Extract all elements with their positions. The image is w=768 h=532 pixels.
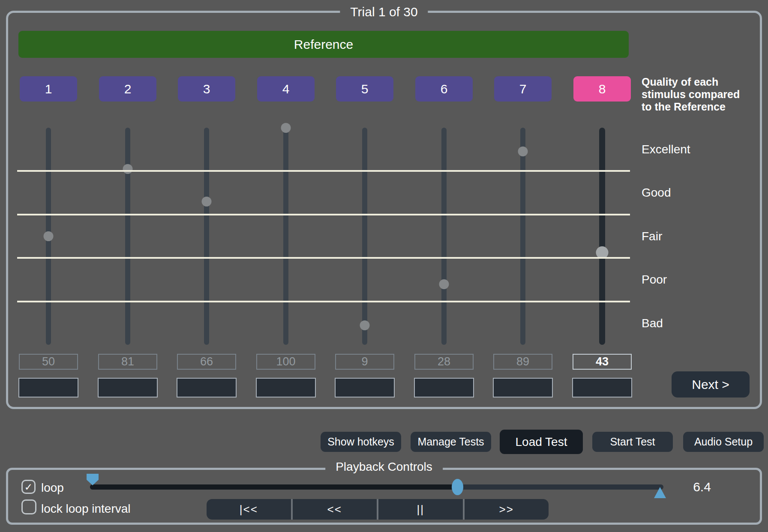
stimulus-column-4: 4 100 — [256, 75, 315, 400]
quality-slider-track-5[interactable] — [362, 128, 367, 345]
quality-note-line3: to the Reference — [642, 101, 740, 113]
stimulus-value-box-8[interactable]: 43 — [573, 354, 632, 370]
scale-label-excellent: Excellent — [642, 142, 690, 157]
quality-slider-track-8[interactable] — [599, 128, 605, 345]
quality-slider-track-2[interactable] — [125, 128, 130, 345]
scale-line-80 — [17, 170, 630, 172]
stimulus-column-3: 3 66 — [177, 75, 236, 400]
stimulus-input-6[interactable] — [414, 378, 474, 398]
stimulus-column-5: 5 9 — [335, 75, 394, 400]
loop-length-value: 6.4 — [685, 480, 719, 494]
quality-slider-track-6[interactable] — [441, 128, 447, 345]
stimulus-input-8[interactable] — [572, 378, 632, 398]
quality-slider-handle-3[interactable] — [202, 197, 212, 206]
scale-label-poor: Poor — [642, 272, 667, 287]
quality-slider-handle-1[interactable] — [44, 231, 54, 241]
quality-slider-track-3[interactable] — [204, 128, 209, 345]
quality-slider-handle-7[interactable] — [518, 146, 528, 156]
scale-line-60 — [17, 214, 630, 215]
stimulus-column-2: 2 81 — [98, 75, 157, 400]
reference-button[interactable]: Reference — [18, 31, 629, 58]
stimulus-value-box-1[interactable]: 50 — [19, 354, 78, 370]
stimulus-value-box-6[interactable]: 28 — [414, 354, 474, 370]
quality-note: Quality of each stimulus compared to the… — [642, 76, 740, 113]
manage-tests-button[interactable]: Manage Tests — [411, 432, 491, 452]
app-window: Trial 1 of 30 Reference 1 50 2 81 3 66 4 — [0, 0, 768, 532]
stimulus-column-6: 6 28 — [414, 75, 474, 400]
check-icon: ✓ — [24, 481, 33, 493]
quality-slider-handle-2[interactable] — [123, 164, 133, 174]
scale-label-fair: Fair — [642, 229, 662, 244]
scale-line-40 — [17, 257, 630, 259]
stimulus-value-box-2[interactable]: 81 — [98, 354, 157, 370]
lock-loop-interval-checkbox[interactable] — [21, 499, 36, 514]
next-button[interactable]: Next > — [672, 371, 750, 398]
loop-label: loop — [41, 481, 64, 495]
stimulus-button-3[interactable]: 3 — [178, 76, 235, 102]
seek-bar[interactable] — [90, 484, 663, 490]
audio-setup-button[interactable]: Audio Setup — [683, 432, 764, 452]
rewind-button[interactable]: << — [291, 499, 377, 520]
stimulus-input-2[interactable] — [98, 378, 158, 398]
stimulus-column-8: 8 43 — [573, 75, 632, 400]
seek-bar-played-segment — [90, 484, 458, 490]
load-test-button[interactable]: Load Test — [500, 430, 583, 454]
fast-forward-button[interactable]: >> — [463, 499, 549, 520]
stimulus-input-1[interactable] — [18, 378, 78, 398]
scale-line-20 — [17, 301, 630, 302]
stimulus-value-box-4[interactable]: 100 — [256, 354, 315, 370]
stimulus-button-1[interactable]: 1 — [20, 76, 77, 102]
stimulus-button-5[interactable]: 5 — [336, 76, 393, 102]
stimulus-input-7[interactable] — [493, 378, 553, 398]
quality-slider-handle-5[interactable] — [360, 320, 370, 330]
stimulus-input-5[interactable] — [335, 378, 395, 398]
playhead-handle[interactable] — [452, 479, 463, 495]
transport-controls: |<< << || >> — [207, 499, 549, 520]
stimulus-column-1: 1 50 — [19, 75, 78, 400]
stimulus-value-box-3[interactable]: 66 — [177, 354, 236, 370]
stimulus-button-4[interactable]: 4 — [257, 76, 315, 102]
stimulus-input-4[interactable] — [256, 378, 316, 398]
start-test-button[interactable]: Start Test — [592, 432, 673, 452]
stimulus-button-2[interactable]: 2 — [99, 76, 156, 102]
quality-slider-handle-6[interactable] — [439, 279, 449, 289]
show-hotkeys-button[interactable]: Show hotkeys — [321, 432, 401, 452]
stimulus-value-box-5[interactable]: 9 — [335, 354, 394, 370]
lock-loop-interval-label: lock loop interval — [41, 502, 131, 516]
trial-title: Trial 1 of 30 — [340, 5, 428, 19]
playback-title: Playback Controls — [325, 460, 443, 474]
skip-to-start-button[interactable]: |<< — [207, 499, 291, 520]
pause-button[interactable]: || — [377, 499, 463, 520]
stimulus-column-7: 7 89 — [493, 75, 552, 400]
quality-note-line1: Quality of each — [642, 76, 740, 88]
stimulus-button-8[interactable]: 8 — [573, 76, 631, 102]
quality-slider-track-4[interactable] — [283, 128, 288, 345]
stimulus-value-box-7[interactable]: 89 — [493, 354, 552, 370]
quality-slider-handle-4[interactable] — [281, 123, 291, 133]
scale-label-bad: Bad — [642, 316, 663, 331]
stimulus-button-7[interactable]: 7 — [494, 76, 552, 102]
loop-checkbox[interactable]: ✓ — [21, 480, 36, 494]
scale-label-good: Good — [642, 185, 671, 200]
stimulus-button-6[interactable]: 6 — [415, 76, 473, 102]
quality-slider-track-1[interactable] — [46, 128, 51, 345]
quality-slider-track-7[interactable] — [520, 128, 525, 345]
stimulus-input-3[interactable] — [177, 378, 237, 398]
quality-note-line2: stimulus compared — [642, 88, 740, 101]
